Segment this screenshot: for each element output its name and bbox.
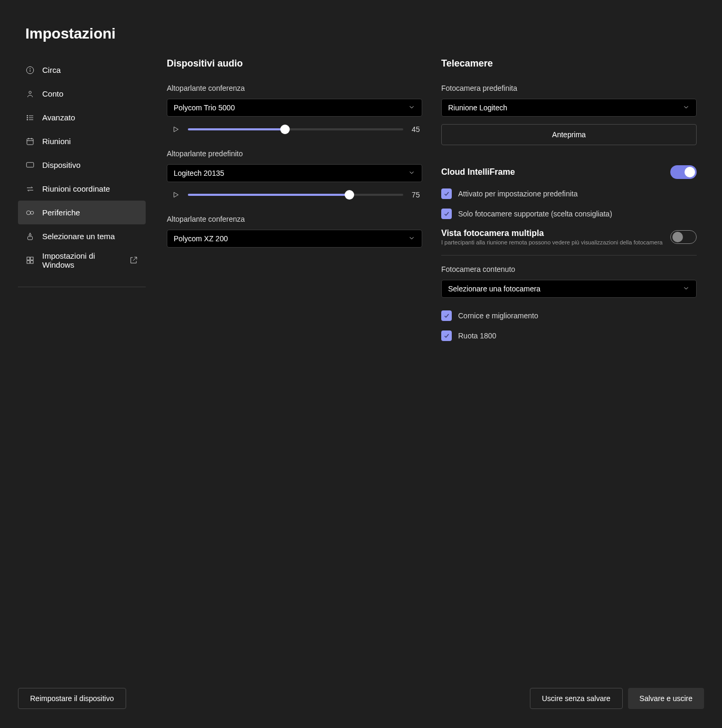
sidebar-item-coordinated-meetings[interactable]: Riunioni coordinate <box>18 177 146 201</box>
exit-without-saving-button[interactable]: Uscire senza salvare <box>530 688 623 709</box>
svg-rect-21 <box>31 260 33 263</box>
sidebar-item-label: Circa <box>42 65 61 74</box>
intelliframe-toggle[interactable] <box>670 165 697 179</box>
select-value: Polycom XZ 200 <box>174 234 228 243</box>
preview-button[interactable]: Anteprima <box>441 124 697 145</box>
save-and-exit-button[interactable]: Salvare e uscire <box>628 688 704 709</box>
default-speaker-select[interactable]: Logitech 20135 <box>167 164 422 182</box>
calendar-icon <box>25 137 35 146</box>
sidebar-item-meetings[interactable]: Riunioni <box>18 129 146 153</box>
select-value: Riunione Logitech <box>448 103 507 112</box>
volume-value: 45 <box>412 125 422 134</box>
multiview-subtitle: I partecipanti alla riunione remota poss… <box>441 239 670 245</box>
intelliframe-title: Cloud IntelliFrame <box>441 167 515 177</box>
svg-rect-20 <box>27 260 30 263</box>
chevron-down-icon <box>408 103 415 112</box>
sidebar-item-peripherals[interactable]: Periferiche <box>18 201 146 224</box>
sidebar-item-label: Conto <box>42 89 63 98</box>
sidebar-item-label: Riunioni <box>42 137 71 146</box>
volume-value: 75 <box>412 191 422 199</box>
sidebar-item-label: Impostazioni di Windows <box>42 251 127 269</box>
sidebar-item-about[interactable]: Circa <box>18 58 146 82</box>
monitor-icon <box>25 160 35 170</box>
svg-point-3 <box>29 91 32 93</box>
svg-rect-14 <box>26 162 34 167</box>
select-value: Selezionare una fotocamera <box>448 285 540 293</box>
checkbox-label: Solo fotocamere supportate (scelta consi… <box>458 210 612 218</box>
svg-rect-10 <box>27 138 33 144</box>
peripherals-icon <box>25 208 35 218</box>
footer-bar: Reimpostare il dispositivo Uscire senza … <box>18 688 704 709</box>
svg-point-6 <box>27 117 28 118</box>
default-speaker-label: Altoparlante predefinito <box>167 149 422 158</box>
chevron-down-icon <box>408 234 415 243</box>
windows-icon <box>25 256 35 265</box>
rotate-checkbox[interactable] <box>441 330 452 341</box>
chevron-down-icon <box>408 169 415 178</box>
conference-speaker-select[interactable]: Polycom Trio 5000 <box>167 99 422 117</box>
svg-point-16 <box>31 211 34 214</box>
divider <box>441 255 697 256</box>
person-icon <box>25 89 35 99</box>
default-camera-select[interactable]: Riunione Logitech <box>441 99 697 117</box>
conference-speaker2-select[interactable]: Polycom XZ 200 <box>167 230 422 248</box>
svg-rect-19 <box>31 257 33 260</box>
svg-point-4 <box>27 115 28 116</box>
checkbox-label: Cornice e miglioramento <box>458 311 538 320</box>
audio-devices-section: Dispositivi audio Altoparlante conferenz… <box>167 58 422 351</box>
select-value: Polycom Trio 5000 <box>174 103 235 112</box>
settings-sidebar: Circa Conto Avanzato Riunioni Dispositiv… <box>18 58 146 287</box>
sidebar-item-label: Selezionare un tema <box>42 232 115 241</box>
svg-rect-18 <box>27 257 30 260</box>
slider-thumb[interactable] <box>280 125 290 134</box>
intelliframe-default-checkbox[interactable] <box>441 188 452 199</box>
sidebar-item-label: Periferiche <box>42 208 80 217</box>
reset-device-button[interactable]: Reimpostare il dispositivo <box>18 688 126 709</box>
svg-rect-17 <box>28 237 33 240</box>
page-title: Impostazioni <box>0 0 722 42</box>
select-value: Logitech 20135 <box>174 169 224 177</box>
conference-speaker-label: Altoparlante conferenza <box>167 84 422 92</box>
sidebar-item-label: Riunioni coordinate <box>42 184 110 193</box>
conference-speaker2-label: Altoparlante conferenza <box>167 215 422 223</box>
multiview-toggle[interactable] <box>670 230 697 244</box>
play-test-sound-button[interactable] <box>172 191 179 198</box>
svg-point-2 <box>30 68 31 69</box>
frame-enhance-checkbox[interactable] <box>441 310 452 321</box>
checkbox-label: Attivato per impostazione predefinita <box>458 190 577 198</box>
sidebar-item-label: Dispositivo <box>42 160 81 169</box>
svg-point-8 <box>27 119 28 120</box>
list-icon <box>25 113 35 122</box>
sidebar-item-windows-settings[interactable]: Impostazioni di Windows <box>18 248 146 272</box>
content-camera-label: Fotocamera contenuto <box>441 265 697 273</box>
multiview-title: Vista fotocamera multipla <box>441 229 670 238</box>
cameras-section-title: Telecamere <box>441 58 697 69</box>
swap-icon <box>25 184 35 194</box>
default-camera-label: Fotocamera predefinita <box>441 84 697 92</box>
info-icon <box>25 65 35 75</box>
sidebar-item-advanced[interactable]: Avanzato <box>18 106 146 129</box>
default-speaker-volume-slider[interactable] <box>188 190 403 200</box>
svg-marker-23 <box>174 192 178 197</box>
audio-section-title: Dispositivi audio <box>167 58 422 69</box>
svg-point-15 <box>26 211 31 215</box>
sidebar-item-label: Avanzato <box>42 113 75 122</box>
checkbox-label: Ruota 1800 <box>458 332 496 340</box>
theme-icon <box>25 232 35 241</box>
content-camera-select[interactable]: Selezionare una fotocamera <box>441 280 697 298</box>
external-link-icon <box>129 256 138 265</box>
conference-speaker-volume-slider[interactable] <box>188 124 403 135</box>
slider-thumb[interactable] <box>345 190 354 200</box>
play-test-sound-button[interactable] <box>172 126 179 133</box>
chevron-down-icon <box>682 285 690 294</box>
sidebar-item-theme[interactable]: Selezionare un tema <box>18 224 146 248</box>
chevron-down-icon <box>682 103 690 112</box>
intelliframe-supported-checkbox[interactable] <box>441 209 452 219</box>
cameras-section: Telecamere Fotocamera predefinita Riunio… <box>441 58 697 351</box>
sidebar-item-device[interactable]: Dispositivo <box>18 153 146 177</box>
svg-marker-22 <box>174 127 178 131</box>
sidebar-item-account[interactable]: Conto <box>18 82 146 106</box>
